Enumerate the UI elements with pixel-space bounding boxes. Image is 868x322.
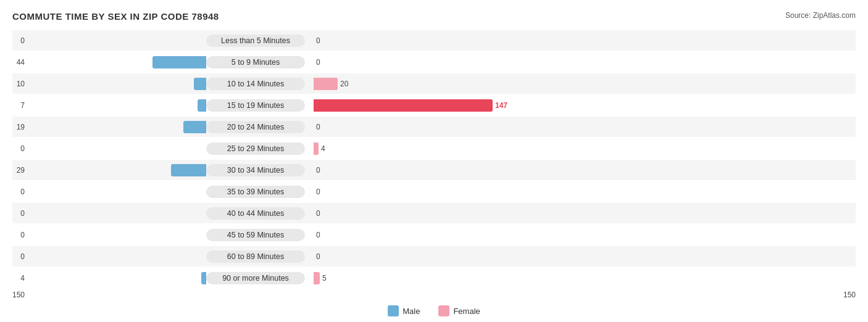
male-bar [194,78,206,90]
left-section: 10 10 to 14 Minutes [12,78,309,90]
female-bar [314,99,493,112]
right-section: 147 [309,99,856,112]
table-row: 0 35 to 39 Minutes 0 [12,181,856,202]
male-bar [152,56,206,68]
left-section: 44 5 to 9 Minutes [12,56,309,68]
table-row: 10 10 to 14 Minutes 20 [12,73,856,94]
table-row: 0 60 to 89 Minutes 0 [12,246,856,266]
left-section: 0 25 to 29 Minutes [12,142,309,155]
male-bar-container [27,142,206,155]
male-value: 29 [0,166,25,175]
female-value: 0 [316,166,350,175]
category-label: 35 to 39 Minutes [206,186,305,198]
chart-body: 0 Less than 5 Minutes 0 44 5 to 9 Minute… [12,30,856,289]
right-section: 0 [309,164,856,176]
category-label: 45 to 59 Minutes [206,229,305,241]
right-section: 0 [309,186,856,198]
male-value: 19 [0,123,25,131]
female-value: 0 [316,123,350,131]
female-value: 20 [340,80,374,88]
left-section: 0 45 to 59 Minutes [12,229,309,241]
right-section: 20 [309,78,856,90]
right-section: 0 [309,35,856,47]
male-value: 0 [0,188,25,196]
table-row: 44 5 to 9 Minutes 0 [12,52,856,72]
right-section: 0 [309,207,856,220]
male-bar-container [27,99,206,112]
category-label: 30 to 34 Minutes [206,164,305,176]
female-value: 5 [322,274,356,283]
female-swatch [438,305,449,316]
left-section: 7 15 to 19 Minutes [12,99,309,112]
male-swatch [388,305,399,316]
male-bar [198,99,206,112]
female-value: 4 [321,144,355,153]
right-section: 5 [309,272,856,284]
category-label: 10 to 14 Minutes [206,78,305,90]
female-bar [314,78,338,90]
legend-male: Male [388,305,420,316]
table-row: 0 45 to 59 Minutes 0 [12,225,856,245]
category-label: 90 or more Minutes [206,272,305,284]
male-value: 0 [0,252,25,261]
bottom-labels: 150 150 [12,291,856,299]
category-label: 15 to 19 Minutes [206,99,305,112]
table-row: 19 20 to 24 Minutes 0 [12,117,856,137]
male-value: 10 [0,80,25,88]
female-value: 0 [316,36,350,45]
category-label: 5 to 9 Minutes [206,56,305,68]
male-value: 44 [0,58,25,67]
left-section: 0 40 to 44 Minutes [12,207,309,220]
category-label: 20 to 24 Minutes [206,121,305,133]
female-value: 0 [316,58,350,67]
left-section: 4 90 or more Minutes [12,272,309,284]
category-label: 40 to 44 Minutes [206,207,305,220]
female-value: 147 [495,101,529,110]
bottom-left-label: 150 [12,291,25,299]
table-row: 0 40 to 44 Minutes 0 [12,203,856,223]
table-row: 0 Less than 5 Minutes 0 [12,30,856,51]
male-bar [183,121,206,133]
male-value: 7 [0,101,25,110]
male-bar-container [27,272,206,284]
chart-title: COMMUTE TIME BY SEX IN ZIP CODE 78948 [12,11,856,22]
table-row: 4 90 or more Minutes 5 [12,268,856,288]
male-legend-label: Male [403,307,420,316]
male-bar-container [27,207,206,220]
source-label: Source: ZipAtlas.com [785,11,856,20]
right-section: 0 [309,56,856,68]
legend-female: Female [438,305,480,316]
right-section: 0 [309,229,856,241]
chart-container: COMMUTE TIME BY SEX IN ZIP CODE 78948 So… [0,0,868,322]
female-value: 0 [316,188,350,196]
left-section: 0 35 to 39 Minutes [12,186,309,198]
female-legend-label: Female [453,307,480,316]
left-section: 0 Less than 5 Minutes [12,35,309,47]
female-value: 0 [316,252,350,261]
male-value: 0 [0,231,25,239]
male-value: 0 [0,36,25,45]
female-bar [314,142,319,155]
category-label: 60 to 89 Minutes [206,250,305,263]
male-bar-container [27,229,206,241]
table-row: 29 30 to 34 Minutes 0 [12,160,856,180]
male-bar-container [27,78,206,90]
male-bar [171,164,206,176]
left-section: 0 60 to 89 Minutes [12,250,309,263]
female-bar [314,272,320,284]
male-value: 4 [0,274,25,283]
category-label: Less than 5 Minutes [206,35,305,47]
table-row: 0 25 to 29 Minutes 4 [12,138,856,159]
male-bar-container [27,164,206,176]
male-bar-container [27,35,206,47]
male-bar-container [27,186,206,198]
table-row: 7 15 to 19 Minutes 147 [12,95,856,115]
right-section: 0 [309,250,856,263]
female-value: 0 [316,231,350,239]
category-label: 25 to 29 Minutes [206,142,305,155]
left-section: 19 20 to 24 Minutes [12,121,309,133]
male-bar-container [27,250,206,263]
right-section: 0 [309,121,856,133]
male-bar-container [27,121,206,133]
bottom-right-label: 150 [843,291,856,299]
